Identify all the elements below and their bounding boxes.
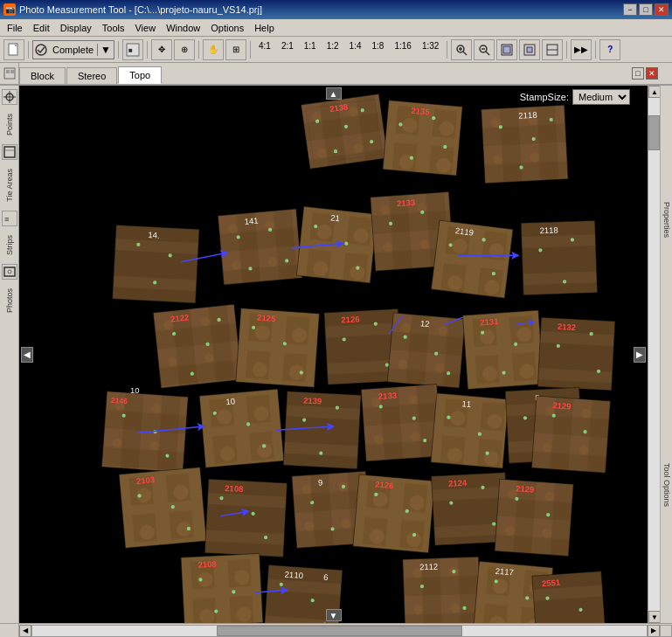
menu-window[interactable]: Window bbox=[161, 21, 205, 35]
scroll-down-arrow[interactable]: ▼ bbox=[648, 611, 661, 623]
strips-label[interactable]: Strips bbox=[3, 233, 16, 257]
zoom-1-2[interactable]: 1:2 bbox=[322, 40, 343, 59]
tab-topo[interactable]: Topo bbox=[118, 66, 162, 84]
tie-areas-label[interactable]: Tie Areas bbox=[3, 167, 16, 204]
svg-rect-84 bbox=[521, 220, 597, 294]
tab-block[interactable]: Block bbox=[19, 67, 66, 84]
menu-tools[interactable]: Tools bbox=[97, 21, 130, 35]
properties-label[interactable]: Properties bbox=[662, 202, 671, 238]
svg-rect-13 bbox=[503, 46, 510, 53]
scroll-up-button[interactable]: ▲ bbox=[326, 87, 342, 100]
toolbar-roam[interactable] bbox=[519, 39, 540, 60]
svg-rect-118 bbox=[537, 317, 615, 391]
h-scroll-track[interactable] bbox=[31, 625, 648, 637]
toolbar-btn1[interactable]: ■ bbox=[122, 39, 143, 60]
h-scroll-thumb[interactable] bbox=[217, 626, 462, 636]
svg-rect-15 bbox=[527, 47, 532, 52]
left-panel: Points Tie Areas ≡ Strips Photos bbox=[0, 86, 19, 623]
photos-tool-btn[interactable] bbox=[2, 264, 17, 280]
svg-point-28 bbox=[8, 270, 11, 273]
menu-display[interactable]: Display bbox=[55, 21, 97, 35]
panel-close-button[interactable]: ✕ bbox=[646, 67, 658, 80]
vertical-scrollbar[interactable]: ▲ ▼ bbox=[648, 86, 660, 623]
svg-rect-201 bbox=[403, 557, 481, 623]
scroll-track[interactable] bbox=[648, 98, 660, 611]
tab-row: Block Stereo Topo □ ✕ bbox=[0, 63, 672, 86]
toolbar-extra[interactable]: ▶▶ bbox=[571, 39, 592, 60]
tool-options-label[interactable]: Tool Options bbox=[662, 463, 671, 507]
svg-text:14.: 14. bbox=[148, 230, 160, 240]
photo-mosaic: 2138 2135 2118 bbox=[19, 86, 648, 623]
scroll-thumb[interactable] bbox=[648, 115, 660, 150]
scroll-left-button[interactable]: ◀ bbox=[21, 347, 33, 363]
canvas-area[interactable]: StampSize: Medium Small Large ▲ ▼ ◀ ▶ bbox=[19, 86, 648, 623]
sep7 bbox=[566, 41, 567, 59]
toolbar: Complete ▼ ■ ✥ ⊕ ✋ ⊞ 4:1 2:1 1:1 1:2 1:4… bbox=[0, 37, 672, 63]
maximize-button[interactable]: □ bbox=[639, 3, 653, 16]
minimize-button[interactable]: − bbox=[623, 3, 637, 16]
scroll-up-arrow[interactable]: ▲ bbox=[648, 86, 661, 98]
scroll-down-button[interactable]: ▼ bbox=[326, 609, 342, 621]
strips-tool-btn[interactable]: ≡ bbox=[2, 211, 17, 226]
tie-areas-tool-btn[interactable] bbox=[2, 144, 17, 160]
menu-file[interactable]: File bbox=[2, 21, 28, 35]
svg-rect-19 bbox=[6, 70, 10, 73]
menu-help[interactable]: Help bbox=[249, 21, 280, 35]
points-label[interactable]: Points bbox=[3, 112, 16, 137]
svg-text:■: ■ bbox=[128, 46, 133, 54]
toolbar-btn4[interactable]: ✋ bbox=[203, 39, 224, 60]
photos-label[interactable]: Photos bbox=[3, 287, 16, 315]
panel-restore-button[interactable]: □ bbox=[632, 67, 644, 80]
h-scroll-right-arrow[interactable]: ▶ bbox=[648, 625, 660, 637]
svg-rect-98 bbox=[236, 308, 320, 388]
svg-rect-190 bbox=[181, 553, 263, 623]
scroll-right-button[interactable]: ▶ bbox=[634, 347, 646, 363]
svg-rect-20 bbox=[10, 70, 14, 73]
h-scroll-left-arrow[interactable]: ◀ bbox=[19, 625, 31, 637]
svg-text:2133: 2133 bbox=[397, 197, 416, 208]
toolbar-more[interactable] bbox=[542, 39, 563, 60]
svg-text:11: 11 bbox=[461, 398, 471, 409]
complete-label: Complete bbox=[49, 45, 97, 55]
complete-dropdown[interactable]: Complete ▼ bbox=[32, 40, 114, 59]
new-button[interactable] bbox=[3, 39, 24, 60]
sep4 bbox=[198, 41, 199, 59]
toolbar-btn5[interactable]: ⊞ bbox=[225, 39, 246, 60]
zoom-1-32[interactable]: 1:32 bbox=[418, 40, 443, 59]
stamp-size-select[interactable]: Medium Small Large bbox=[572, 89, 630, 105]
toolbar-btn2[interactable]: ✥ bbox=[151, 39, 172, 60]
svg-rect-129 bbox=[199, 389, 284, 467]
svg-text:2125: 2125 bbox=[257, 313, 277, 323]
zoom-1-1[interactable]: 1:1 bbox=[300, 40, 321, 59]
menu-view[interactable]: View bbox=[129, 21, 161, 35]
tab-stereo[interactable]: Stereo bbox=[66, 67, 117, 84]
far-right-panel: Properties Tool Options bbox=[660, 86, 672, 623]
svg-text:12: 12 bbox=[420, 318, 430, 329]
close-button[interactable]: ✕ bbox=[655, 3, 669, 16]
sep1 bbox=[28, 41, 29, 59]
svg-rect-134 bbox=[283, 391, 361, 469]
svg-rect-139 bbox=[361, 384, 441, 461]
svg-rect-27 bbox=[4, 267, 15, 276]
toolbar-zoom-out[interactable] bbox=[474, 39, 495, 60]
svg-line-6 bbox=[463, 52, 467, 55]
complete-dropdown-arrow[interactable]: ▼ bbox=[97, 44, 114, 56]
svg-rect-175 bbox=[353, 474, 435, 553]
svg-rect-24 bbox=[4, 147, 15, 157]
horizontal-scrollbar[interactable]: ◀ ▶ bbox=[0, 623, 672, 637]
zoom-1-4[interactable]: 1:4 bbox=[345, 40, 366, 59]
menu-options[interactable]: Options bbox=[205, 21, 249, 35]
toolbar-fit[interactable] bbox=[496, 39, 517, 60]
help-button[interactable]: ? bbox=[599, 39, 620, 60]
sep3 bbox=[147, 41, 148, 59]
zoom-2-1[interactable]: 2:1 bbox=[277, 40, 298, 59]
svg-text:2551: 2551 bbox=[542, 578, 562, 588]
menu-edit[interactable]: Edit bbox=[28, 21, 55, 35]
svg-point-2 bbox=[36, 45, 46, 55]
zoom-1-8[interactable]: 1:8 bbox=[368, 40, 389, 59]
points-tool-btn[interactable] bbox=[2, 89, 17, 105]
toolbar-btn3[interactable]: ⊕ bbox=[174, 39, 195, 60]
zoom-1-16[interactable]: 1:16 bbox=[390, 40, 415, 59]
zoom-4-1[interactable]: 4:1 bbox=[254, 40, 275, 59]
toolbar-zoom-in[interactable] bbox=[451, 39, 472, 60]
